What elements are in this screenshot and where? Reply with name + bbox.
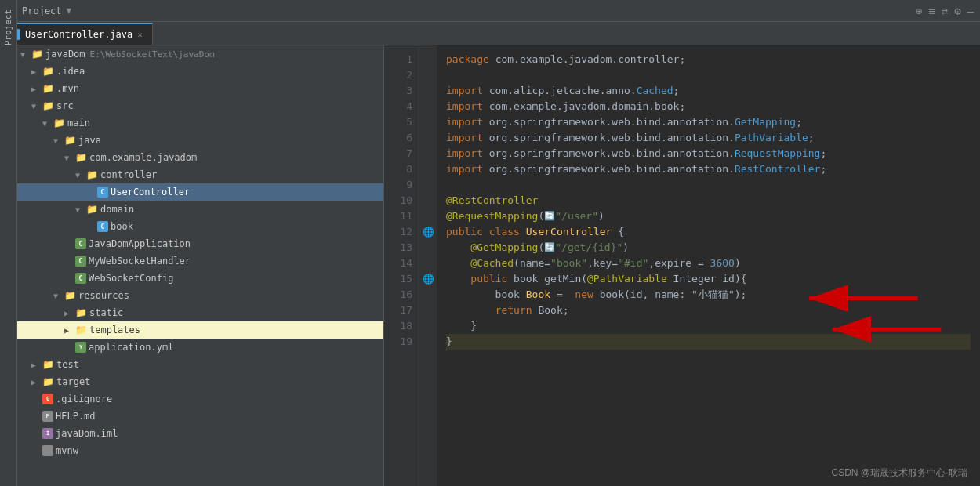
expand-icon[interactable]: ⇄ xyxy=(942,5,948,17)
project-label: Project xyxy=(22,5,62,16)
websocket-config-item[interactable]: C WebSocketConfig xyxy=(17,270,383,287)
tab-filename: UserController.java xyxy=(25,29,132,40)
code-line-9 xyxy=(446,177,971,193)
pkg-arrow: ▼ xyxy=(64,154,75,162)
tab-close-button[interactable]: × xyxy=(137,30,143,40)
project-root-item[interactable]: ▼ 📁 javaDom E:\WebSocketText\javaDom xyxy=(17,45,383,63)
main-item[interactable]: ▼ 📁 main xyxy=(17,114,383,132)
controller-item[interactable]: ▼ 📁 controller xyxy=(17,166,383,183)
iml-label: javaDom.iml xyxy=(56,428,118,439)
book-item[interactable]: C book xyxy=(17,218,383,235)
project-vtab[interactable]: Project xyxy=(2,45,15,49)
code-line-13: @GetMapping(🔄"/get/{id}") xyxy=(446,240,971,256)
code-content: 12345 678910 1112131415 16171819 🌐 xyxy=(384,45,980,486)
test-arrow: ▶ xyxy=(31,361,42,369)
code-line-6: import org.springframework.web.bind.anno… xyxy=(446,130,971,146)
help-item[interactable]: M HELP.md xyxy=(17,408,383,425)
src-label: src xyxy=(56,100,74,111)
main-arrow: ▼ xyxy=(42,119,53,128)
domain-label: domain xyxy=(100,204,134,215)
mvn-folder-icon: 📁 xyxy=(42,83,54,94)
title-bar-icons: ⊕ ≡ ⇄ ⚙ — xyxy=(916,5,974,17)
root-label: javaDom xyxy=(45,49,85,60)
templates-item[interactable]: ▶ 📁 templates xyxy=(17,321,383,339)
java-item[interactable]: ▼ 📁 java xyxy=(17,132,383,149)
book-label: book xyxy=(111,221,133,232)
menu-icon[interactable]: ≡ xyxy=(928,5,935,17)
root-arrow: ▼ xyxy=(20,50,31,59)
main-label: main xyxy=(67,118,90,129)
yml-icon: Y xyxy=(75,342,86,353)
idea-item[interactable]: ▶ 📁 .idea xyxy=(17,63,383,80)
code-lines: package com.example.javadom.controller; … xyxy=(437,45,980,486)
controller-arrow: ▼ xyxy=(75,171,86,180)
code-line-1: package com.example.javadom.controller; xyxy=(446,52,971,67)
code-line-2 xyxy=(446,67,971,83)
main-folder-icon: 📁 xyxy=(53,118,65,129)
gutter: 🌐 🌐 xyxy=(419,45,437,486)
target-arrow: ▶ xyxy=(31,378,42,386)
main-area: Project ▼ 📁 javaDom E:\WebSocketText\jav… xyxy=(0,45,980,486)
test-folder-icon: 📁 xyxy=(42,359,54,370)
settings-icon[interactable]: ⚙ xyxy=(954,5,960,17)
src-item[interactable]: ▼ 📁 src xyxy=(17,97,383,114)
minimize-icon[interactable]: — xyxy=(967,5,974,17)
test-label: test xyxy=(56,359,79,370)
vertical-tab: Project xyxy=(0,45,17,486)
line-numbers: 12345 678910 1112131415 16171819 xyxy=(384,45,419,486)
websocket-handler-item[interactable]: C MyWebSocketHandler xyxy=(17,252,383,270)
gitignore-label: .gitignore xyxy=(56,394,112,404)
idea-folder-icon: 📁 xyxy=(42,66,54,77)
code-area: 12345 678910 1112131415 16171819 🌐 xyxy=(384,45,980,486)
md-icon: M xyxy=(42,411,53,422)
app-label: JavaDomApplication xyxy=(89,238,191,249)
help-label: HELP.md xyxy=(56,411,96,422)
mvnw-label: mvnw xyxy=(56,445,78,456)
config-label: WebSocketConfig xyxy=(89,273,173,284)
static-label: static xyxy=(89,307,123,318)
target-folder-icon: 📁 xyxy=(42,376,54,387)
root-path: E:\WebSocketText\javaDom xyxy=(90,49,215,60)
gitignore-item[interactable]: G .gitignore xyxy=(17,390,383,408)
code-line-11: @RequestMapping(🔄"/user") xyxy=(446,209,971,224)
mvnw-item[interactable]: mvnw xyxy=(17,442,383,459)
code-line-15: public book getMin(@PathVariable Integer… xyxy=(446,271,971,287)
resources-folder-icon: 📁 xyxy=(64,290,76,301)
usercontroller-java-icon: C xyxy=(97,187,108,198)
yml-label: application.yml xyxy=(89,342,173,353)
static-arrow: ▶ xyxy=(64,309,75,317)
mvn-item[interactable]: ▶ 📁 .mvn xyxy=(17,80,383,97)
usercontroller-label: UserController xyxy=(111,187,190,198)
code-line-5: import org.springframework.web.bind.anno… xyxy=(446,114,971,130)
code-line-12: public class UserController { xyxy=(446,224,971,240)
tab-usercontroller[interactable]: C UserController.java × xyxy=(0,23,153,45)
mvnw-icon xyxy=(42,445,53,456)
pkg-label: com.example.javadom xyxy=(89,152,197,163)
usercontroller-item[interactable]: C UserController xyxy=(17,183,383,201)
package-item[interactable]: ▼ 📁 com.example.javadom xyxy=(17,149,383,166)
domain-item[interactable]: ▼ 📁 domain xyxy=(17,201,383,218)
idea-arrow: ▶ xyxy=(31,67,42,76)
application-yml-item[interactable]: Y application.yml xyxy=(17,339,383,356)
target-item[interactable]: ▶ 📁 target xyxy=(17,373,383,390)
idea-label: .idea xyxy=(56,66,85,77)
iml-item[interactable]: I javaDom.iml xyxy=(17,425,383,442)
resources-item[interactable]: ▼ 📁 resources xyxy=(17,287,383,304)
code-line-14: @Cached(name="book",key="#id",expire = 3… xyxy=(446,256,971,271)
test-item[interactable]: ▶ 📁 test xyxy=(17,356,383,373)
code-line-8: import org.springframework.web.bind.anno… xyxy=(446,161,971,177)
src-arrow: ▼ xyxy=(31,102,42,111)
javadomain-app-item[interactable]: C JavaDomApplication xyxy=(17,235,383,252)
domain-arrow: ▼ xyxy=(75,205,86,214)
templates-arrow: ▶ xyxy=(64,326,75,335)
mvn-arrow: ▶ xyxy=(31,85,42,93)
resources-arrow: ▼ xyxy=(53,292,64,300)
target-label: target xyxy=(56,376,90,387)
controller-label: controller xyxy=(100,169,157,180)
code-line-17: return Book; xyxy=(446,303,971,318)
static-item[interactable]: ▶ 📁 static xyxy=(17,304,383,321)
dropdown-arrow[interactable]: ▼ xyxy=(67,5,72,16)
code-line-19: } xyxy=(446,334,971,350)
static-folder-icon: 📁 xyxy=(75,307,87,318)
add-icon[interactable]: ⊕ xyxy=(916,5,922,17)
